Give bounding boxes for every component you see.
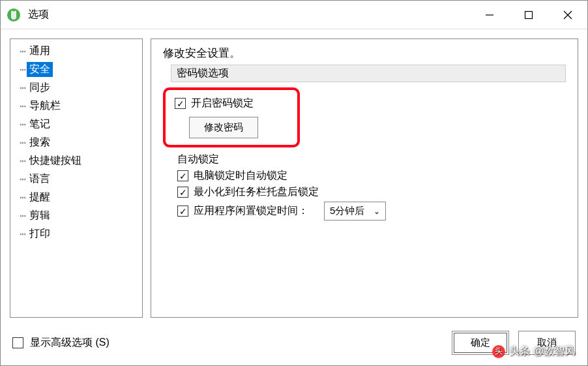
sidebar-item-general[interactable]: ⋯通用 [20,42,142,60]
ok-button[interactable]: 确定 [452,331,509,355]
lock-on-computer-lock-label: 电脑锁定时自动锁定 [194,169,287,183]
idle-lock-label: 应用程序闲置锁定时间： [194,204,308,218]
sidebar: ⋯通用 ⋯安全 ⋯同步 ⋯导航栏 ⋯笔记 ⋯搜索 ⋯快捷键按钮 ⋯语言 ⋯提醒 … [10,38,143,318]
window-title: 选项 [28,8,49,22]
cancel-button[interactable]: 取消 [518,331,576,355]
enable-password-label: 开启密码锁定 [191,97,254,110]
main-panel: 修改安全设置。 密码锁选项 开启密码锁定 修改密码 自动锁定 电脑锁定时自动锁定… [151,38,578,318]
lock-on-minimize-label: 最小化到任务栏托盘后锁定 [194,185,319,199]
idle-lock-checkbox[interactable] [177,206,188,217]
sidebar-item-language[interactable]: ⋯语言 [20,170,142,188]
close-button[interactable] [548,1,587,29]
sidebar-item-nav[interactable]: ⋯导航栏 [20,97,142,115]
sidebar-item-print[interactable]: ⋯打印 [20,224,142,243]
highlight-box: 开启密码锁定 修改密码 [163,87,300,147]
show-advanced-label: 显示高级选项 (S) [30,336,443,350]
maximize-button[interactable] [509,1,548,29]
footer: 显示高级选项 (S) 确定 取消 [1,323,587,365]
show-advanced-checkbox[interactable] [12,337,23,348]
section-description: 修改安全设置。 [163,46,566,61]
minimize-button[interactable] [470,1,509,29]
content-area: ⋯通用 ⋯安全 ⋯同步 ⋯导航栏 ⋯笔记 ⋯搜索 ⋯快捷键按钮 ⋯语言 ⋯提醒 … [1,29,587,323]
sidebar-item-shortcut[interactable]: ⋯快捷键按钮 [20,151,142,170]
app-icon [6,7,22,23]
lock-on-computer-lock-checkbox[interactable] [177,170,188,181]
password-section-header: 密码锁选项 [171,65,566,82]
idle-time-dropdown[interactable]: 5分钟后 ⌄ [324,202,386,221]
sidebar-item-sync[interactable]: ⋯同步 [20,78,142,97]
idle-time-value: 5分钟后 [330,205,364,217]
svg-rect-2 [525,11,533,18]
lock-on-minimize-checkbox[interactable] [177,187,188,198]
sidebar-item-security[interactable]: ⋯安全 [20,60,142,78]
change-password-button[interactable]: 修改密码 [189,117,258,138]
titlebar: 选项 [1,1,587,29]
sidebar-item-note[interactable]: ⋯笔记 [20,115,142,133]
chevron-down-icon: ⌄ [374,207,380,216]
sidebar-item-clipper[interactable]: ⋯剪辑 [20,206,142,224]
sidebar-item-reminder[interactable]: ⋯提醒 [20,188,142,206]
autolock-header: 自动锁定 [177,153,566,166]
sidebar-item-search[interactable]: ⋯搜索 [20,133,142,151]
enable-password-checkbox[interactable] [175,98,186,109]
